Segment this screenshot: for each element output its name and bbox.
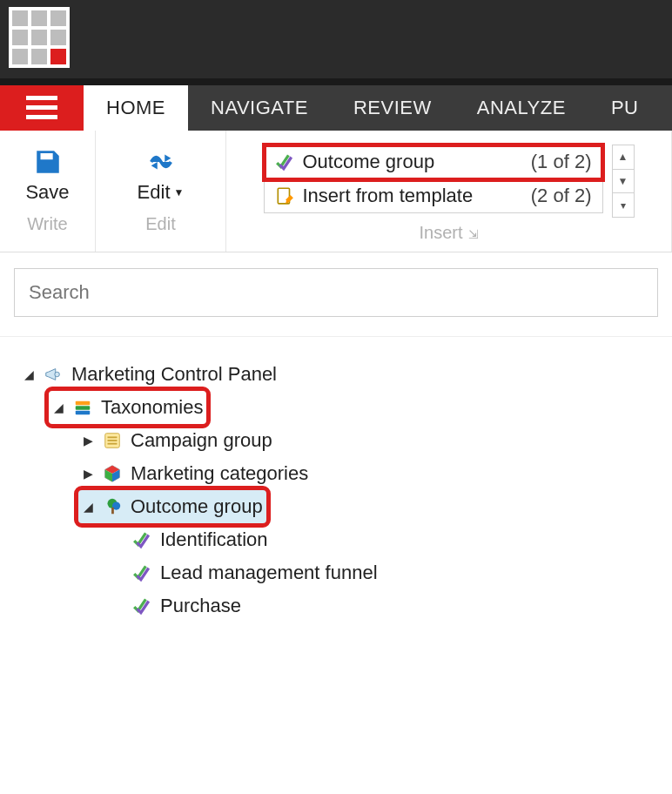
dropdown-icon: ▼: [174, 186, 185, 198]
svg-rect-1: [26, 105, 57, 110]
svg-rect-5: [76, 401, 91, 406]
tree-node-campaign-group[interactable]: ▶ Campaign group: [78, 424, 672, 457]
tab-analyze[interactable]: ANALYZE: [454, 85, 588, 131]
menu-button[interactable]: [0, 85, 84, 131]
tab-home[interactable]: HOME: [84, 85, 188, 131]
svg-rect-6: [76, 406, 91, 410]
top-bar-divider: [0, 78, 672, 85]
app-logo-icon: [9, 7, 70, 68]
tree-node-taxonomies[interactable]: ◢ Taxonomies: [49, 391, 206, 424]
svg-rect-2: [26, 115, 57, 119]
app-top-bar: [0, 0, 672, 78]
svg-point-4: [55, 372, 60, 377]
checkmark-icon: [132, 530, 151, 549]
checkmark-icon: [132, 596, 151, 616]
insert-scroll-expand[interactable]: ▾: [613, 193, 634, 217]
expand-icon[interactable]: ▶: [82, 467, 94, 481]
group-title-insert: Insert: [419, 218, 478, 252]
tab-navigate[interactable]: NAVIGATE: [188, 85, 331, 131]
tree-node-identification[interactable]: Identification: [108, 523, 672, 556]
tab-review[interactable]: REVIEW: [331, 85, 454, 131]
checkmark-icon: [275, 152, 294, 172]
edit-button[interactable]: Edit ▼: [138, 146, 185, 204]
tree-label: Marketing categories: [131, 462, 308, 485]
group-title-write: Write: [27, 209, 67, 243]
tree-label: Identification: [160, 528, 268, 551]
tab-publish[interactable]: PU: [588, 85, 662, 131]
hamburger-icon: [26, 96, 57, 120]
stack-icon: [73, 398, 92, 417]
tree-label: Outcome group: [131, 495, 263, 518]
megaphone-icon: [44, 365, 63, 384]
group-title-edit: Edit: [145, 209, 175, 243]
expand-icon[interactable]: ◢: [82, 500, 94, 514]
content-tree: ◢ Marketing Control Panel ◢ Taxonomies: [0, 337, 672, 657]
save-button[interactable]: Save: [25, 146, 69, 204]
insert-scroll-down[interactable]: ▼: [613, 170, 634, 194]
svg-rect-9: [108, 436, 118, 438]
tree-label: Lead management funnel: [160, 562, 378, 584]
save-label: Save: [25, 181, 69, 204]
search-input[interactable]: [14, 268, 658, 317]
svg-rect-0: [26, 96, 57, 100]
tree-label: Campaign group: [131, 429, 272, 452]
insert-scroll-up[interactable]: ▲: [613, 145, 634, 170]
tree-node-marketing-control-panel[interactable]: ◢ Marketing Control Panel: [19, 358, 672, 391]
tree-node-lead-management-funnel[interactable]: Lead management funnel: [108, 556, 672, 589]
cube-icon: [103, 464, 122, 483]
expand-icon[interactable]: ◢: [52, 400, 64, 414]
insert-options-list: Outcome group (1 of 2) Insert from templ…: [264, 145, 603, 213]
tree-node-outcome-group[interactable]: ◢ Outcome group: [78, 490, 266, 523]
template-icon: [275, 186, 294, 205]
tree-node-purchase[interactable]: Purchase: [108, 589, 672, 622]
checkmark-icon: [132, 563, 151, 582]
ribbon: Save Write Edit ▼ Edit: [0, 131, 672, 252]
insert-option-template[interactable]: Insert from template (2 of 2): [265, 179, 602, 212]
list-icon: [103, 431, 122, 450]
ribbon-group-write: Save Write: [0, 131, 96, 252]
insert-option-outcome-group[interactable]: Outcome group (1 of 2): [265, 145, 602, 179]
insert-option-label: Insert from template: [303, 185, 474, 207]
tree-label: Taxonomies: [101, 396, 203, 419]
edit-icon: [145, 146, 177, 178]
svg-rect-10: [108, 440, 118, 441]
main-nav: HOME NAVIGATE REVIEW ANALYZE PU: [0, 85, 672, 131]
tree-color-icon: [103, 497, 122, 516]
ribbon-group-edit: Edit ▼ Edit: [96, 131, 226, 252]
tree-label: Purchase: [160, 595, 241, 617]
insert-option-count: (2 of 2): [531, 185, 592, 207]
svg-rect-14: [111, 508, 114, 514]
save-icon: [32, 146, 64, 178]
expand-icon[interactable]: ▶: [82, 434, 94, 447]
expand-icon[interactable]: ◢: [23, 367, 35, 381]
insert-scroll: ▲ ▼ ▾: [612, 145, 635, 218]
tree-node-marketing-categories[interactable]: ▶ Marketing categories: [78, 457, 672, 490]
search-area: [0, 252, 672, 337]
tree-label: Marketing Control Panel: [71, 363, 277, 386]
insert-option-label: Outcome group: [303, 151, 435, 173]
edit-label: Edit: [138, 181, 171, 204]
ribbon-group-insert: Outcome group (1 of 2) Insert from templ…: [226, 131, 672, 252]
insert-option-count: (1 of 2): [531, 151, 592, 173]
svg-rect-11: [108, 443, 118, 445]
svg-rect-7: [76, 411, 91, 415]
